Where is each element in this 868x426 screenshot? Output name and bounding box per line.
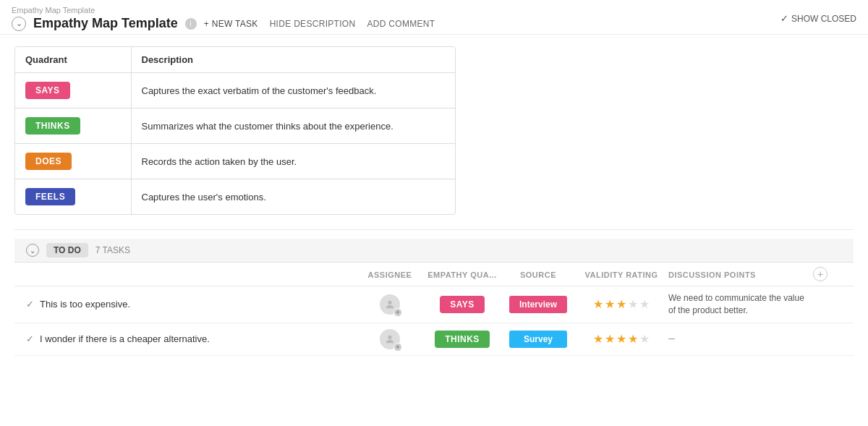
task-row: ✓ This is too expensive. + SAYS Intervie… <box>14 286 854 323</box>
description-table: Quadrant Description SAYS Captures the e… <box>14 46 456 215</box>
col-source-header: SOURCE <box>502 269 574 280</box>
svg-point-1 <box>388 335 391 338</box>
svg-point-0 <box>388 300 391 304</box>
col-quadrant-header: EMPATHY QUA... <box>422 269 502 280</box>
quadrant-badge: DOES <box>25 153 72 170</box>
todo-badge: TO DO <box>46 243 88 257</box>
hide-description-button[interactable]: HIDE DESCRIPTION <box>270 19 356 29</box>
section-chevron-icon: ⌄ <box>30 247 35 255</box>
quadrant-cell: SAYS <box>15 73 131 108</box>
task-name: This is too expensive. <box>40 299 357 310</box>
discussion-cell: – <box>668 331 813 346</box>
avatar[interactable]: + <box>380 294 400 315</box>
title-row: ⌄ Empathy Map Template i + NEW TASK HIDE… <box>12 16 435 31</box>
star-icon: ★ <box>605 297 615 311</box>
source-cell: Interview <box>502 296 574 313</box>
source-cell: Survey <box>502 331 574 348</box>
task-row: ✓ I wonder if there is a cheaper alterna… <box>14 323 854 356</box>
table-row: THINKS Summarizes what the customer thin… <box>15 108 455 144</box>
star-icon: ★ <box>593 297 603 311</box>
col-header-quadrant: Quadrant <box>15 47 131 73</box>
col-assignee-header: ASSIGNEE <box>357 269 422 280</box>
col-discussion-header: DISCUSSION POINTS <box>668 269 813 280</box>
task-list: ✓ This is too expensive. + SAYS Intervie… <box>14 286 854 356</box>
top-bar: Empathy Map Template ⌄ Empathy Map Templ… <box>0 0 868 35</box>
add-comment-button[interactable]: ADD COMMENT <box>367 19 435 29</box>
description-cell: Captures the user's emotions. <box>131 179 455 215</box>
chevron-down-icon: ⌄ <box>16 19 22 28</box>
person-icon <box>384 299 396 310</box>
person-icon <box>384 333 396 345</box>
avatar[interactable]: + <box>380 329 400 349</box>
col-add-header: + <box>813 267 842 281</box>
col-header-description: Description <box>131 47 455 73</box>
quadrant-tag-cell: THINKS <box>422 331 502 348</box>
quadrant-tag-cell: SAYS <box>422 296 502 313</box>
star-icon: ★ <box>593 332 603 346</box>
page-title: Empathy Map Template <box>33 16 178 31</box>
quadrant-cell: DOES <box>15 144 131 179</box>
add-column-button[interactable]: + <box>813 267 827 281</box>
breadcrumb: Empathy Map Template <box>12 6 435 14</box>
task-checkbox[interactable]: ✓ <box>26 333 34 344</box>
table-row: DOES Records the action taken by the use… <box>15 144 455 179</box>
discussion-text: We need to communicate the value of the … <box>668 293 804 315</box>
description-cell: Captures the exact verbatim of the custo… <box>131 73 455 108</box>
quadrant-badge: SAYS <box>25 82 70 99</box>
quadrant-badge: THINKS <box>25 117 80 135</box>
main-content: Quadrant Description SAYS Captures the e… <box>0 35 868 367</box>
star-icon: ★ <box>616 332 626 346</box>
info-icon[interactable]: i <box>185 18 197 30</box>
source-badge: Interview <box>509 296 567 313</box>
star-icon: ★ <box>628 332 638 346</box>
assignee-cell: + <box>357 294 422 315</box>
collapse-button[interactable]: ⌄ <box>12 17 26 31</box>
star-icon: ★ <box>639 297 650 311</box>
show-closed-label: SHOW CLOSED <box>791 14 856 24</box>
discussion-cell: We need to communicate the value of the … <box>668 292 813 317</box>
quadrant-cell: FEELS <box>15 179 131 215</box>
star-icon: ★ <box>616 297 626 311</box>
top-actions: + NEW TASK HIDE DESCRIPTION ADD COMMENT <box>204 19 435 29</box>
show-closed-button[interactable]: ✓ SHOW CLOSED <box>780 13 856 24</box>
description-cell: Summarizes what the customer thinks abou… <box>131 108 455 144</box>
star-icon: ★ <box>639 332 650 346</box>
quadrant-cell: THINKS <box>15 108 131 144</box>
quadrant-badge: FEELS <box>25 188 75 205</box>
validity-cell: ★★★★★ <box>574 297 668 311</box>
source-badge: Survey <box>509 331 567 348</box>
description-cell: Records the action taken by the user. <box>131 144 455 179</box>
validity-cell: ★★★★★ <box>574 332 668 346</box>
add-assignee-icon[interactable]: + <box>393 308 402 317</box>
column-headers: ASSIGNEE EMPATHY QUA... SOURCE VALIDITY … <box>14 263 854 286</box>
discussion-dash: – <box>668 332 675 344</box>
tasks-count: 7 TASKS <box>95 245 130 255</box>
star-icon: ★ <box>628 297 638 311</box>
section-collapse-button[interactable]: ⌄ <box>26 244 39 257</box>
add-assignee-icon[interactable]: + <box>393 343 402 352</box>
checkmark-icon: ✓ <box>780 13 788 24</box>
table-row: SAYS Captures the exact verbatim of the … <box>15 73 455 108</box>
new-task-button[interactable]: + NEW TASK <box>204 19 258 29</box>
assignee-cell: + <box>357 329 422 349</box>
table-row: FEELS Captures the user's emotions. <box>15 179 455 215</box>
task-checkbox[interactable]: ✓ <box>26 299 34 310</box>
task-name: I wonder if there is a cheaper alternati… <box>40 333 357 344</box>
task-quadrant-badge: THINKS <box>435 331 490 348</box>
section-header: ⌄ TO DO 7 TASKS <box>14 239 854 263</box>
star-icon: ★ <box>605 332 615 346</box>
breadcrumb-area: Empathy Map Template ⌄ Empathy Map Templ… <box>12 6 435 31</box>
task-quadrant-badge: SAYS <box>440 296 485 313</box>
bottom-section: ⌄ TO DO 7 TASKS ASSIGNEE EMPATHY QUA... … <box>14 229 854 356</box>
col-validity-header: VALIDITY RATING <box>574 269 668 280</box>
